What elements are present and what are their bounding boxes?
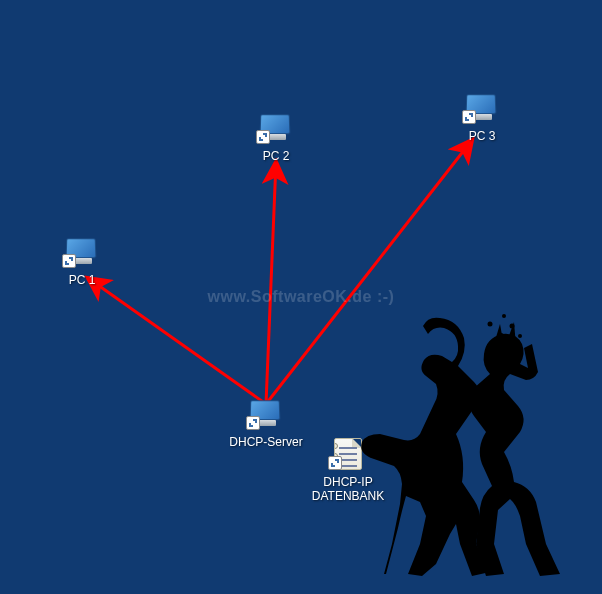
shortcut-arrow-icon xyxy=(62,254,76,268)
shortcut-label: PC 2 xyxy=(236,149,316,163)
shortcut-dhcp-server[interactable]: DHCP-Server xyxy=(226,398,306,449)
shortcut-arrow-icon xyxy=(246,416,260,430)
computer-icon xyxy=(62,236,102,268)
svg-line-2 xyxy=(266,140,472,404)
computer-icon xyxy=(256,112,296,144)
svg-point-5 xyxy=(488,322,493,327)
shortcut-pc3[interactable]: PC 3 xyxy=(442,92,522,143)
shortcut-dhcp-db[interactable]: DHCP-IP DATENBANK xyxy=(308,438,388,503)
svg-point-3 xyxy=(498,333,504,339)
shortcut-label: PC 1 xyxy=(42,273,122,287)
shortcut-pc2[interactable]: PC 2 xyxy=(236,112,316,163)
svg-point-6 xyxy=(502,314,506,318)
shortcut-arrow-icon xyxy=(462,110,476,124)
notepad-icon xyxy=(328,438,368,470)
svg-line-0 xyxy=(88,278,266,404)
shortcut-label: PC 3 xyxy=(442,129,522,143)
shortcut-pc1[interactable]: PC 1 xyxy=(42,236,122,287)
shortcut-label: DHCP-Server xyxy=(226,435,306,449)
watermark-text: www.SoftwareOK.de :-) xyxy=(208,288,395,306)
shortcut-label: DHCP-IP DATENBANK xyxy=(308,475,388,503)
desktop-canvas: www.SoftwareOK.de :-) PC 1 PC 2 xyxy=(4,4,598,590)
svg-point-7 xyxy=(518,334,522,338)
computer-icon xyxy=(246,398,286,430)
svg-line-1 xyxy=(266,162,276,404)
shortcut-arrow-icon xyxy=(328,456,342,470)
svg-point-4 xyxy=(510,324,515,329)
shortcut-arrow-icon xyxy=(256,130,270,144)
computer-icon xyxy=(462,92,502,124)
